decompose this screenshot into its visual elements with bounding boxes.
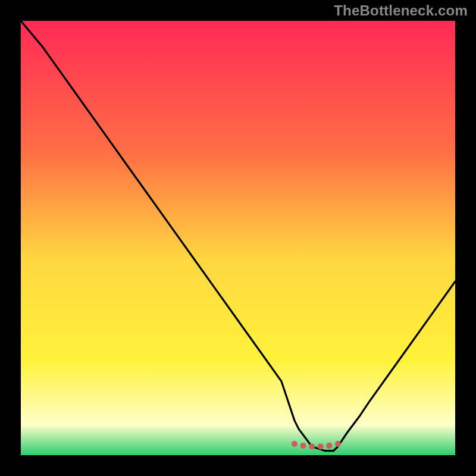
chart-stage: TheBottleneck.com bbox=[0, 0, 476, 476]
optimal-dot bbox=[335, 441, 341, 447]
chart-svg bbox=[0, 0, 476, 476]
optimal-dot bbox=[309, 443, 315, 449]
optimal-dot bbox=[318, 443, 324, 449]
watermark-text: TheBottleneck.com bbox=[334, 2, 468, 19]
optimal-dot bbox=[326, 443, 332, 449]
optimal-dot bbox=[300, 443, 306, 449]
gradient-field bbox=[21, 21, 455, 455]
optimal-dot bbox=[292, 441, 298, 447]
